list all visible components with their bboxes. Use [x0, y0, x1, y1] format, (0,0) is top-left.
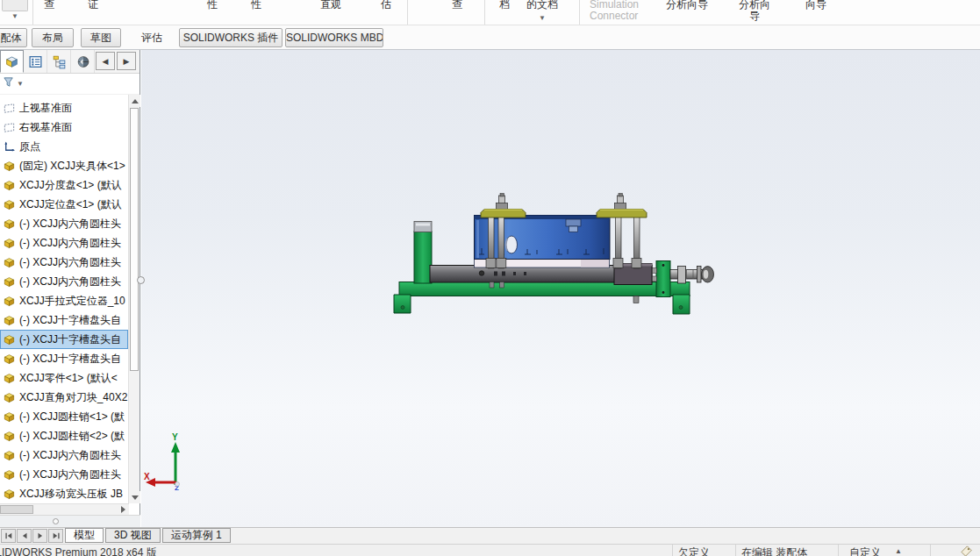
triad-y-label: Y	[172, 433, 178, 442]
sheet-tab-motion-study[interactable]: 运动算例 1	[162, 528, 231, 543]
ribbon-button-fragment[interactable]: 向导	[802, 0, 830, 11]
tree-item[interactable]: (-) XCJJ内六角圆柱头	[0, 214, 128, 233]
ribbon-button-fragment[interactable]: 分析向导	[663, 0, 711, 11]
tree-item[interactable]: 原点	[0, 137, 128, 156]
command-tab-布局[interactable]: 布局	[32, 28, 74, 47]
dimxpertmanager-tab[interactable]	[71, 50, 95, 73]
tree-item-label: (-) XCJJ内六角圆柱头	[19, 255, 121, 270]
tree-item-label: (-) XCJJ圆柱销<1> (默	[19, 410, 125, 424]
tree-item-label: (固定) XCJJ夹具体<1>	[19, 159, 125, 174]
tree-item[interactable]: XCJJ直角对刀块_40X2	[0, 388, 128, 407]
tree-item-label: (-) XCJJ十字槽盘头自	[19, 352, 121, 367]
command-tab-assembly[interactable]: 装配体	[0, 28, 27, 47]
ribbon-button-fragment[interactable]: 查	[40, 0, 58, 11]
ribbon-partial-dropdown-icon[interactable]: ▼	[11, 12, 18, 20]
ribbon-button-fragment[interactable]: 档	[496, 0, 513, 11]
status-custom-arrow-icon[interactable]: ▲	[895, 547, 902, 555]
index-drum-blue[interactable]	[475, 216, 611, 260]
ribbon-button-fragment[interactable]: 证	[84, 0, 102, 11]
tree-item[interactable]: (-) XCJJ十字槽盘头自	[0, 330, 128, 349]
tree-item[interactable]: XCJJ分度盘<1> (默认	[0, 175, 128, 195]
sheet-tab-bar: 模型3D 视图运动算例 1	[0, 527, 980, 544]
panel-bottom-splitter[interactable]	[0, 515, 140, 527]
ribbon-button-fragment[interactable]: 直观	[316, 0, 346, 11]
panel-tab-scroll-right[interactable]: ▶	[117, 52, 136, 70]
tree-item-label: (-) XCJJ内六角圆柱头	[19, 217, 121, 232]
propertymanager-tab[interactable]	[24, 50, 47, 73]
part-icon	[3, 391, 16, 404]
configurationmanager-tab[interactable]	[47, 50, 71, 73]
status-edit-state: 在编辑 装配体	[741, 545, 807, 556]
tree-item-label: XCJJ零件<1> (默认<	[19, 371, 118, 386]
featuremanager-tab[interactable]	[0, 50, 24, 73]
tree-item-label: XCJJ分度盘<1> (默认	[19, 178, 122, 193]
part-icon	[3, 372, 16, 385]
tree-item-label: 上视基准面	[19, 101, 72, 116]
ribbon-dropdown-icon[interactable]: ▼	[539, 14, 546, 22]
sheet-nav-previous-button[interactable]	[17, 529, 32, 543]
tree-item-label: XCJJ定位盘<1> (默认	[19, 197, 122, 212]
sheet-nav-next-button[interactable]	[32, 529, 47, 543]
tree-item[interactable]: XCJJ定位盘<1> (默认	[0, 195, 128, 214]
tree-item[interactable]: (-) XCJJ十字槽盘头自	[0, 349, 128, 368]
command-tab-solidworks-插件[interactable]: SOLIDWORKS 插件	[179, 28, 283, 47]
tree-item[interactable]: (-) XCJJ内六角圆柱头	[0, 272, 128, 291]
tree-item[interactable]: (-) XCJJ内六角圆柱头	[0, 465, 128, 484]
part-icon	[3, 488, 16, 501]
panel-splitter-handle[interactable]	[137, 276, 145, 284]
tree-horizontal-scrollbar[interactable]	[0, 503, 129, 515]
scroll-up-arrow[interactable]	[129, 95, 140, 107]
tree-item-label: XCJJ移动宽头压板 JB	[19, 487, 123, 502]
part-icon	[3, 353, 16, 366]
part-icon	[3, 333, 16, 346]
ribbon-group-separator	[579, 0, 580, 25]
vertical-scroll-thumb[interactable]	[130, 108, 139, 371]
ribbon-button-fragment[interactable]: 估	[377, 0, 395, 11]
assembly-model[interactable]	[386, 189, 728, 324]
tree-item[interactable]: (-) XCJJ圆柱销<2> (默	[0, 426, 128, 446]
ribbon-button-fragment[interactable]: 的文档	[523, 0, 562, 11]
ribbon-button-fragment[interactable]: 性	[204, 0, 221, 11]
ribbon-button-fragment[interactable]: 性	[247, 0, 265, 11]
status-tag-icon[interactable]	[960, 545, 973, 556]
ribbon-partial-button[interactable]	[2, 0, 28, 11]
tree-item[interactable]: (-) XCJJ圆柱销<1> (默	[0, 407, 128, 426]
tree-item[interactable]: (固定) XCJJ夹具体<1>	[0, 156, 128, 175]
tree-item[interactable]: 上视基准面	[0, 98, 128, 118]
filter-icon[interactable]	[3, 75, 16, 92]
tree-item[interactable]: (-) XCJJ内六角圆柱头	[0, 233, 128, 253]
sheet-tab-model[interactable]: 模型	[65, 528, 104, 543]
tree-item[interactable]: XCJJ移动宽头压板 JB	[0, 484, 128, 503]
status-custom-dropdown[interactable]: 自定义	[849, 545, 881, 556]
sheet-nav-last-button[interactable]	[48, 529, 63, 543]
featuremanager-panel: ◀▶ ▼ 上视基准面右视基准面原点(固定) XCJJ夹具体<1>XCJJ分度盘<…	[0, 50, 140, 527]
horizontal-scroll-thumb[interactable]	[0, 505, 33, 514]
sheet-tab-3d-views[interactable]: 3D 视图	[105, 528, 161, 543]
tree-item[interactable]: XCJJ手拉式定位器_10	[0, 291, 128, 310]
splitter-handle-icon[interactable]	[53, 518, 59, 524]
tree-vertical-scrollbar[interactable]	[128, 95, 139, 503]
tree-item[interactable]: 右视基准面	[0, 118, 128, 137]
filter-dropdown-icon[interactable]: ▼	[17, 80, 24, 88]
tree-item-label: XCJJ直角对刀块_40X2	[19, 390, 127, 405]
sheet-nav-first-button[interactable]	[1, 529, 16, 543]
tree-item[interactable]: (-) XCJJ内六角圆柱头	[0, 253, 128, 272]
command-tab-草图[interactable]: 草图	[81, 28, 121, 47]
coordinate-triad: Y X Z	[142, 433, 190, 493]
tree-item[interactable]: (-) XCJJ十字槽盘头自	[0, 310, 128, 330]
scroll-down-arrow[interactable]	[129, 491, 140, 503]
part-icon	[3, 314, 16, 327]
tree-item[interactable]: XCJJ零件<1> (默认<	[0, 368, 128, 388]
command-tab-评估[interactable]: 评估	[132, 28, 172, 47]
scroll-right-arrow[interactable]	[117, 504, 129, 515]
ribbon-button-fragment[interactable]: 查	[448, 0, 466, 11]
ribbon-group-separator	[484, 0, 485, 25]
part-icon	[3, 430, 16, 443]
panel-tab-scroll-left[interactable]: ◀	[96, 52, 115, 70]
part-icon	[3, 468, 16, 481]
command-tab-solidworks-mbd[interactable]: SOLIDWORKS MBD	[285, 28, 383, 47]
ribbon-button-fragment[interactable]: 分析向导	[737, 0, 772, 22]
ribbon-group-separator	[32, 0, 33, 25]
graphics-viewport[interactable]: Y X Z	[141, 50, 980, 527]
tree-item[interactable]: (-) XCJJ内六角圆柱头	[0, 446, 128, 465]
